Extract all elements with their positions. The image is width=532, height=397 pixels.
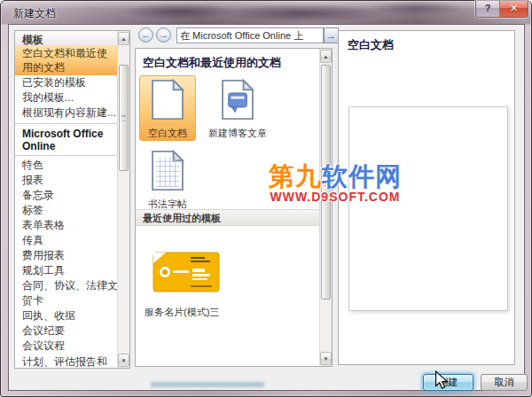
blog-post-icon bbox=[221, 79, 254, 121]
recent-templates-header: 最近使用过的模板 bbox=[136, 209, 319, 226]
close-button[interactable]: ✕ bbox=[500, 1, 528, 17]
gallery-scrollbar[interactable]: ▲ ▼ bbox=[319, 49, 332, 366]
template-category-panel: 模板 空白文档和最近使用的文档 已安装的模板 我的模板... 根据现有内容新建.… bbox=[14, 30, 130, 369]
template-gallery: 空白文档和最近使用的文档 空白文档 bbox=[136, 49, 319, 366]
scroll-up-icon[interactable]: ▲ bbox=[320, 50, 332, 63]
sidebar-item-new-from-existing[interactable]: 根据现有内容新建... bbox=[15, 105, 117, 121]
sidebar-item-planners[interactable]: 规划工具 bbox=[15, 263, 117, 278]
blank-page-icon bbox=[151, 79, 184, 121]
sidebar-item-labels[interactable]: 标签 bbox=[15, 203, 117, 218]
sidebar-item-meeting-minutes[interactable]: 会议纪要 bbox=[15, 323, 117, 339]
template-gallery-panel: 空白文档和最近使用的文档 空白文档 bbox=[135, 48, 332, 367]
search-go-icon[interactable]: → bbox=[324, 27, 339, 43]
back-arrow-icon[interactable]: ← bbox=[138, 27, 153, 43]
template-tile-business-card[interactable] bbox=[152, 249, 221, 299]
recent-template-label: 服务名片(模式)三 bbox=[145, 306, 219, 319]
template-tile-label: 空白文档 bbox=[140, 127, 195, 140]
sidebar-item-forms[interactable]: 表单表格 bbox=[15, 218, 117, 233]
caption-buttons: ? ✕ bbox=[475, 1, 528, 18]
search-office-online-input[interactable] bbox=[176, 27, 324, 43]
scroll-down-icon[interactable]: ▼ bbox=[118, 354, 129, 367]
scroll-down-icon[interactable]: ▼ bbox=[320, 352, 332, 365]
dialog-client-area: 模板 空白文档和最近使用的文档 已安装的模板 我的模板... 根据现有内容新建.… bbox=[8, 24, 525, 391]
gallery-scroll-thumb[interactable] bbox=[321, 65, 331, 300]
sidebar-section-office-online: Microsoft Office Online bbox=[15, 123, 117, 156]
sidebar-item-memos[interactable]: 备忘录 bbox=[15, 188, 117, 203]
sidebar-item-blank-recent[interactable]: 空白文档和最近使用的文档 bbox=[15, 45, 117, 75]
preview-panel: 空白文档 bbox=[338, 30, 515, 365]
template-tile-blank-document[interactable]: 空白文档 bbox=[139, 75, 196, 141]
gallery-section-title: 空白文档和最近使用的文档 bbox=[136, 49, 319, 71]
forward-arrow-icon[interactable]: → bbox=[156, 27, 171, 43]
sidebar-item-plans-reports[interactable]: 计划、评估报告和管理方案 bbox=[15, 354, 117, 368]
sidebar-item-reports[interactable]: 报表 bbox=[15, 173, 117, 188]
watermark-smudge bbox=[151, 382, 264, 387]
grid-page-icon bbox=[151, 150, 184, 191]
yellow-tag-icon bbox=[152, 249, 221, 295]
dialog-title: 新建文档 bbox=[13, 6, 56, 21]
sidebar-item-featured[interactable]: 特色 bbox=[15, 158, 117, 173]
sidebar-item-my-templates[interactable]: 我的模板... bbox=[15, 90, 117, 105]
sidebar-scroll-thumb[interactable] bbox=[119, 65, 129, 171]
sidebar-item-contracts[interactable]: 合同、协议、法律文... bbox=[15, 278, 117, 293]
preview-title: 空白文档 bbox=[339, 31, 514, 53]
sidebar-item-greeting-cards[interactable]: 贺卡 bbox=[15, 293, 117, 308]
sidebar-item-fax[interactable]: 传真 bbox=[15, 233, 117, 248]
create-button[interactable]: 创建 bbox=[423, 374, 473, 391]
cancel-button[interactable]: 取消 bbox=[481, 374, 528, 391]
sidebar-item-expense-reports[interactable]: 费用报表 bbox=[15, 248, 117, 263]
template-tile-label: 新建博客文章 bbox=[203, 127, 272, 140]
new-document-dialog: 新建文档 ? ✕ 模板 空白文档和最近使用的文档 已安装的模板 我的模板... … bbox=[0, 0, 532, 397]
sidebar-header: 模板 bbox=[15, 31, 117, 45]
sidebar-scrollbar[interactable]: ▲ ▼ bbox=[117, 31, 129, 368]
blank-page-preview bbox=[348, 106, 508, 311]
sidebar-item-agendas[interactable]: 会议议程 bbox=[15, 339, 117, 354]
template-tile-calligraphy[interactable]: 书法字帖 bbox=[139, 146, 196, 211]
sidebar-item-receipts[interactable]: 回执、收据 bbox=[15, 308, 117, 323]
help-button[interactable]: ? bbox=[476, 1, 500, 17]
template-tile-new-blog-post[interactable]: 新建博客文章 bbox=[203, 75, 272, 140]
sidebar-item-installed[interactable]: 已安装的模板 bbox=[15, 75, 117, 90]
scroll-up-icon[interactable]: ▲ bbox=[118, 32, 129, 45]
template-category-list: 模板 空白文档和最近使用的文档 已安装的模板 我的模板... 根据现有内容新建.… bbox=[15, 31, 117, 368]
